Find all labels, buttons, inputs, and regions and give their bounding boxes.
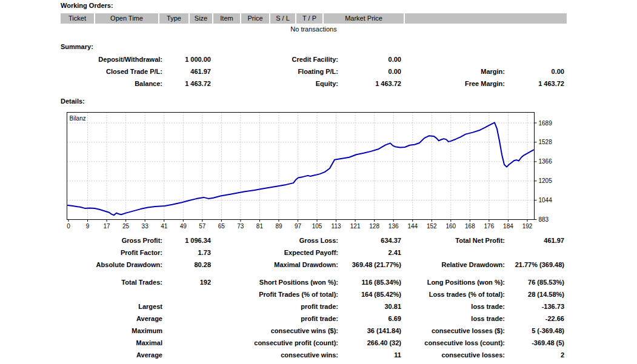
working-orders-heading: Working Orders: bbox=[61, 2, 113, 9]
chart-grid bbox=[67, 113, 535, 220]
x-axis-label: 160 bbox=[445, 223, 456, 230]
stat-label: profit trade: bbox=[205, 313, 338, 325]
stat-label: Largest bbox=[29, 300, 162, 313]
x-axis-label: 97 bbox=[295, 223, 302, 230]
stat-value: -22.66 bbox=[490, 313, 564, 325]
summary-heading: Summary: bbox=[61, 43, 93, 50]
x-axis-label: 144 bbox=[407, 223, 418, 230]
stat-value: 5 (-369.48) bbox=[490, 325, 564, 337]
column-header-s-l: S / L bbox=[270, 13, 296, 24]
stat-value: 1 096.34 bbox=[138, 234, 211, 247]
y-axis-labels: 88310441205136615281689 bbox=[539, 120, 553, 223]
x-axis-label: 57 bbox=[199, 223, 206, 230]
summary-value: 1 000.00 bbox=[138, 53, 211, 65]
y-axis-label: 1528 bbox=[539, 139, 553, 145]
stat-value: 2.41 bbox=[329, 247, 401, 259]
column-header-size: Size bbox=[190, 13, 213, 24]
stat-label: Loss trades (% of total): bbox=[372, 288, 505, 300]
summary-value: 461.97 bbox=[138, 65, 211, 78]
column-header-type: Type bbox=[159, 13, 190, 24]
stat-label: Long Positions (won %): bbox=[372, 276, 505, 288]
x-axis-label: 168 bbox=[465, 223, 475, 230]
summary-label: Floating P/L: bbox=[205, 65, 338, 78]
stat-label: Total Net Profit: bbox=[372, 234, 505, 247]
working-orders-header-row: TicketOpen TimeTypeSizeItemPriceS / LT /… bbox=[61, 13, 567, 24]
stat-label: profit trade: bbox=[205, 300, 338, 313]
no-transactions-text: No transactions bbox=[61, 25, 567, 33]
y-axis-label: 883 bbox=[539, 216, 549, 223]
chart-axes bbox=[68, 123, 537, 222]
y-axis-label: 1044 bbox=[539, 197, 553, 204]
mt4-statement-report: Working Orders: TicketOpen TimeTypeSizeI… bbox=[0, 0, 637, 364]
summary-label: Equity: bbox=[205, 78, 338, 90]
y-axis-label: 1205 bbox=[539, 177, 553, 184]
stat-label: Relative Drawdown: bbox=[372, 259, 505, 271]
x-axis-label: 192 bbox=[522, 223, 533, 230]
x-axis-label: 81 bbox=[256, 223, 264, 230]
balance-line bbox=[68, 122, 533, 215]
stat-label: consecutive losses: bbox=[372, 349, 505, 361]
x-axis-label: 89 bbox=[275, 223, 282, 230]
stat-label: Short Positions (won %): bbox=[205, 276, 338, 288]
summary-value: 0.00 bbox=[490, 65, 564, 78]
stat-value: -369.48 (5) bbox=[490, 337, 564, 349]
stat-label: Maximum bbox=[29, 325, 162, 337]
stat-label: consecutive losses ($): bbox=[372, 325, 505, 337]
stat-value: 21.77% (369.48) bbox=[490, 259, 564, 271]
summary-label: Free Margin: bbox=[372, 78, 505, 90]
summary-value: 0.00 bbox=[329, 53, 401, 65]
stat-value: -136.73 bbox=[490, 300, 564, 313]
summary-label: Credit Facility: bbox=[205, 53, 338, 65]
balance-chart: 0917253341495765738189971051131211281361… bbox=[0, 109, 637, 236]
x-axis-label: 17 bbox=[104, 223, 111, 230]
summary-value: 1 463.72 bbox=[138, 78, 211, 90]
column-header-market-price: Market Price bbox=[324, 13, 405, 24]
stat-label: Average bbox=[29, 313, 162, 325]
column-header-item: Item bbox=[213, 13, 241, 24]
stat-label: Maximal Drawdown: bbox=[205, 259, 338, 271]
column-header-price: Price bbox=[241, 13, 270, 24]
x-axis-label: 152 bbox=[427, 223, 437, 230]
stat-label: Average bbox=[29, 349, 162, 361]
x-axis-label: 25 bbox=[122, 223, 130, 230]
x-axis-label: 9 bbox=[86, 223, 90, 230]
stat-label: Expected Payoff: bbox=[205, 247, 338, 259]
stat-label: loss trade: bbox=[372, 313, 505, 325]
chart-border bbox=[67, 113, 535, 220]
y-axis-label: 1366 bbox=[539, 158, 553, 165]
chart-series-label: Bilanz bbox=[70, 115, 86, 122]
stat-value: 192 bbox=[138, 276, 211, 288]
summary-value: 1 463.72 bbox=[490, 78, 564, 90]
stat-value: 76 (85.53%) bbox=[490, 276, 564, 288]
stat-label: consecutive profit (count): bbox=[205, 337, 338, 349]
y-axis-label: 1689 bbox=[539, 120, 553, 127]
x-axis-label: 41 bbox=[161, 223, 168, 230]
stat-value: 2 bbox=[490, 349, 564, 361]
column-header-t-p: T / P bbox=[296, 13, 324, 24]
column-header-ticket: Ticket bbox=[61, 13, 95, 24]
x-axis-label: 49 bbox=[180, 223, 187, 230]
stat-label: consecutive loss (count): bbox=[372, 337, 505, 349]
stat-label: consecutive wins: bbox=[205, 349, 338, 361]
x-axis-label: 105 bbox=[312, 223, 322, 230]
stat-label: Gross Loss: bbox=[205, 234, 338, 247]
stat-label: consecutive wins ($): bbox=[205, 325, 338, 337]
x-axis-label: 121 bbox=[350, 223, 361, 230]
x-axis-label: 128 bbox=[369, 223, 379, 230]
x-axis-label: 33 bbox=[142, 223, 149, 230]
stat-value: 461.97 bbox=[490, 234, 564, 247]
details-heading: Details: bbox=[61, 98, 85, 105]
stat-label: loss trade: bbox=[372, 300, 505, 313]
x-axis-label: 65 bbox=[218, 223, 225, 230]
summary-label: Margin: bbox=[372, 65, 505, 78]
stat-label: Profit Trades (% of total): bbox=[205, 288, 338, 300]
column-header-blank bbox=[405, 13, 567, 24]
x-axis-label: 0 bbox=[67, 223, 70, 230]
x-axis-label: 184 bbox=[503, 223, 513, 230]
x-axis-label: 73 bbox=[237, 223, 244, 230]
stat-value: 1.73 bbox=[138, 247, 211, 259]
x-axis-label: 176 bbox=[484, 223, 495, 230]
stat-value: 80.28 bbox=[138, 259, 211, 271]
x-axis-label: 136 bbox=[389, 223, 399, 230]
x-axis-label: 113 bbox=[332, 223, 341, 230]
